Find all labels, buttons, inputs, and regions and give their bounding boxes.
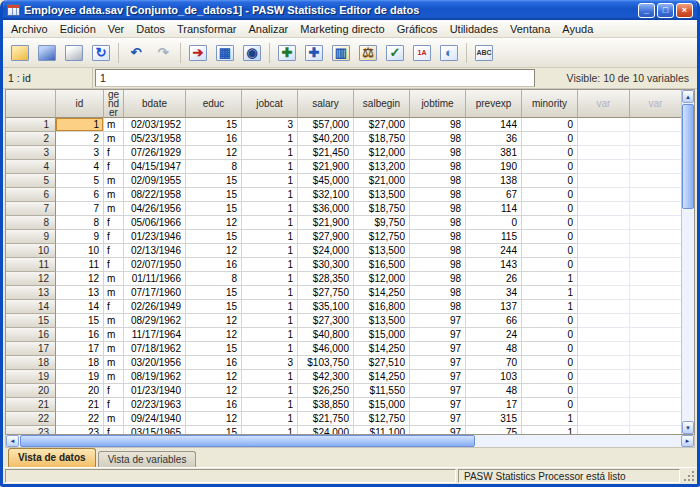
cell-var1-row5[interactable] <box>578 174 630 188</box>
maximize-button[interactable]: □ <box>657 3 674 18</box>
cell-jobcat-row16[interactable]: 1 <box>242 328 298 342</box>
cell-salary-row14[interactable]: $35,100 <box>298 300 354 314</box>
cell-id-row17[interactable]: 17 <box>56 342 104 356</box>
cell-jobcat-row15[interactable]: 1 <box>242 314 298 328</box>
cell-var2-row17[interactable] <box>630 342 682 356</box>
cell-jobcat-row11[interactable]: 1 <box>242 258 298 272</box>
save-icon[interactable] <box>34 41 60 65</box>
cell-minority-row4[interactable]: 0 <box>522 160 578 174</box>
cell-educ-row17[interactable]: 15 <box>186 342 242 356</box>
cell-salbegin-row11[interactable]: $16,500 <box>354 258 410 272</box>
cell-var2-row5[interactable] <box>630 174 682 188</box>
cell-var1-row17[interactable] <box>578 342 630 356</box>
cell-jobcat-row17[interactable]: 1 <box>242 342 298 356</box>
cell-bdate-row13[interactable]: 07/17/1960 <box>124 286 186 300</box>
cell-prevexp-row22[interactable]: 315 <box>466 412 522 426</box>
cell-var1-row1[interactable] <box>578 118 630 132</box>
cell-gender-row8[interactable]: f <box>104 216 124 230</box>
cell-salary-row15[interactable]: $27,300 <box>298 314 354 328</box>
cell-minority-row5[interactable]: 0 <box>522 174 578 188</box>
cell-salbegin-row15[interactable]: $13,500 <box>354 314 410 328</box>
variables-icon[interactable]: ▦ <box>212 41 238 65</box>
cell-educ-row5[interactable]: 15 <box>186 174 242 188</box>
print-icon[interactable] <box>61 41 87 65</box>
menu-item-ventana[interactable]: Ventana <box>504 22 556 36</box>
cell-id-row12[interactable]: 12 <box>56 272 104 286</box>
cell-prevexp-row15[interactable]: 66 <box>466 314 522 328</box>
cell-jobcat-row3[interactable]: 1 <box>242 146 298 160</box>
cell-educ-row20[interactable]: 12 <box>186 384 242 398</box>
cell-id-row18[interactable]: 18 <box>56 356 104 370</box>
column-header-id[interactable]: id <box>56 90 104 118</box>
cell-id-row23[interactable]: 23 <box>56 426 104 435</box>
cell-id-row21[interactable]: 21 <box>56 398 104 412</box>
use-variable-sets-icon[interactable]: ◐ <box>436 41 462 65</box>
cell-jobcat-row6[interactable]: 1 <box>242 188 298 202</box>
cell-prevexp-row6[interactable]: 67 <box>466 188 522 202</box>
cell-jobcat-row23[interactable]: 1 <box>242 426 298 435</box>
column-header-gender[interactable]: gender <box>104 90 124 118</box>
cell-salbegin-row18[interactable]: $27,510 <box>354 356 410 370</box>
insert-variable-icon[interactable]: ✚ <box>301 41 327 65</box>
cell-var2-row23[interactable] <box>630 426 682 435</box>
cell-gender-row19[interactable]: m <box>104 370 124 384</box>
cell-jobtime-row3[interactable]: 98 <box>410 146 466 160</box>
cell-educ-row3[interactable]: 12 <box>186 146 242 160</box>
tab-vista-de-datos[interactable]: Vista de datos <box>8 448 96 467</box>
cell-salbegin-row5[interactable]: $21,000 <box>354 174 410 188</box>
cell-prevexp-row2[interactable]: 36 <box>466 132 522 146</box>
row-header-20[interactable]: 20 <box>6 384 56 398</box>
cell-minority-row18[interactable]: 0 <box>522 356 578 370</box>
cell-var1-row23[interactable] <box>578 426 630 435</box>
cell-salary-row16[interactable]: $40,800 <box>298 328 354 342</box>
cell-prevexp-row21[interactable]: 17 <box>466 398 522 412</box>
cell-var2-row13[interactable] <box>630 286 682 300</box>
cell-salbegin-row4[interactable]: $13,200 <box>354 160 410 174</box>
cell-jobtime-row15[interactable]: 97 <box>410 314 466 328</box>
cell-gender-row12[interactable]: m <box>104 272 124 286</box>
cell-jobtime-row9[interactable]: 98 <box>410 230 466 244</box>
row-header-4[interactable]: 4 <box>6 160 56 174</box>
cell-jobtime-row11[interactable]: 98 <box>410 258 466 272</box>
cell-prevexp-row17[interactable]: 48 <box>466 342 522 356</box>
horizontal-scroll-track[interactable] <box>476 435 681 447</box>
cell-jobcat-row12[interactable]: 1 <box>242 272 298 286</box>
cell-minority-row2[interactable]: 0 <box>522 132 578 146</box>
cell-educ-row13[interactable]: 15 <box>186 286 242 300</box>
cell-id-row6[interactable]: 6 <box>56 188 104 202</box>
cell-salary-row5[interactable]: $45,000 <box>298 174 354 188</box>
horizontal-scrollbar[interactable]: ◄ ► <box>5 435 695 448</box>
cell-prevexp-row20[interactable]: 48 <box>466 384 522 398</box>
cell-jobcat-row4[interactable]: 1 <box>242 160 298 174</box>
cell-jobtime-row5[interactable]: 98 <box>410 174 466 188</box>
cell-salary-row6[interactable]: $32,100 <box>298 188 354 202</box>
row-header-5[interactable]: 5 <box>6 174 56 188</box>
cell-var1-row15[interactable] <box>578 314 630 328</box>
cell-var2-row16[interactable] <box>630 328 682 342</box>
cell-salbegin-row23[interactable]: $11,100 <box>354 426 410 435</box>
cell-prevexp-row9[interactable]: 115 <box>466 230 522 244</box>
cell-gender-row10[interactable]: f <box>104 244 124 258</box>
recall-dialogs-icon[interactable]: ↻ <box>88 41 114 65</box>
cell-bdate-row3[interactable]: 07/26/1929 <box>124 146 186 160</box>
cell-bdate-row10[interactable]: 02/13/1946 <box>124 244 186 258</box>
cell-educ-row16[interactable]: 12 <box>186 328 242 342</box>
cell-gender-row16[interactable]: m <box>104 328 124 342</box>
undo-icon[interactable]: ↶ <box>123 41 149 65</box>
cell-gender-row1[interactable]: m <box>104 118 124 132</box>
cell-jobtime-row2[interactable]: 98 <box>410 132 466 146</box>
cell-prevexp-row4[interactable]: 190 <box>466 160 522 174</box>
cell-salbegin-row3[interactable]: $12,000 <box>354 146 410 160</box>
cell-jobtime-row1[interactable]: 98 <box>410 118 466 132</box>
vertical-scrollbar[interactable]: ▲ ▼ <box>681 90 694 434</box>
cell-jobtime-row16[interactable]: 97 <box>410 328 466 342</box>
cell-bdate-row12[interactable]: 01/11/1966 <box>124 272 186 286</box>
row-header-15[interactable]: 15 <box>6 314 56 328</box>
cell-minority-row16[interactable]: 0 <box>522 328 578 342</box>
cell-jobtime-row19[interactable]: 97 <box>410 370 466 384</box>
cell-jobcat-row5[interactable]: 1 <box>242 174 298 188</box>
cell-jobtime-row20[interactable]: 97 <box>410 384 466 398</box>
row-header-3[interactable]: 3 <box>6 146 56 160</box>
cell-var1-row3[interactable] <box>578 146 630 160</box>
cell-bdate-row6[interactable]: 08/22/1958 <box>124 188 186 202</box>
